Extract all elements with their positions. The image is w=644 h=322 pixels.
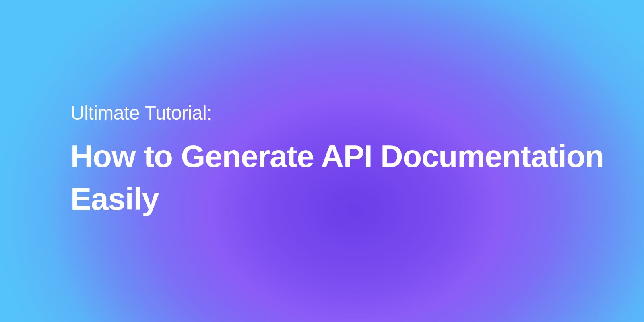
hero-subtitle: Ultimate Tutorial: xyxy=(70,102,604,124)
hero-banner: Ultimate Tutorial: How to Generate API D… xyxy=(0,0,644,322)
hero-title: How to Generate API Documentation Easily xyxy=(70,135,604,220)
